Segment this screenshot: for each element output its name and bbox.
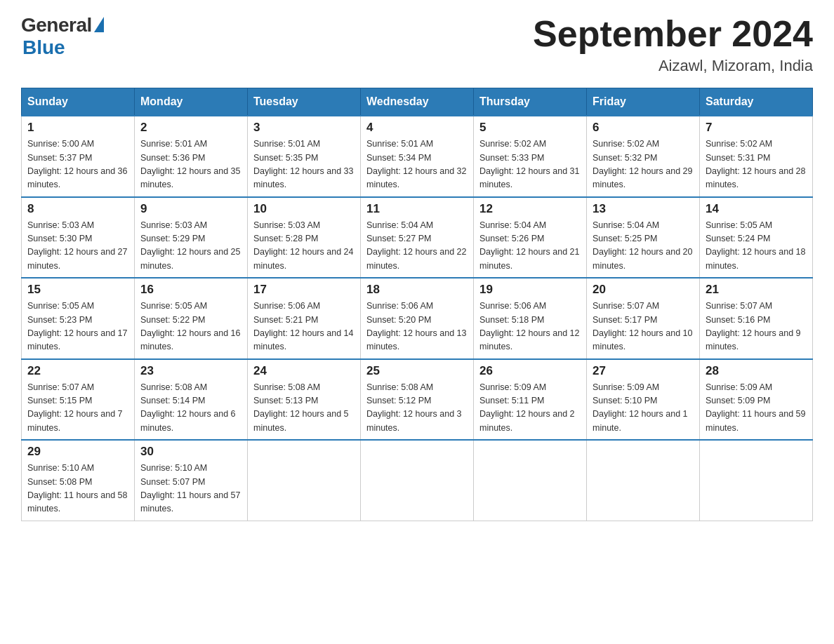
calendar-header-tuesday: Tuesday <box>248 88 361 116</box>
calendar-week-row: 8Sunrise: 5:03 AMSunset: 5:30 PMDaylight… <box>22 197 813 279</box>
calendar-cell: 18Sunrise: 5:06 AMSunset: 5:20 PMDayligh… <box>361 278 474 359</box>
day-info: Sunrise: 5:08 AMSunset: 5:14 PMDaylight:… <box>140 381 241 436</box>
day-number: 9 <box>140 202 241 216</box>
day-number: 23 <box>140 364 241 378</box>
page-header: General Blue September 2024 Aizawl, Mizo… <box>21 14 813 75</box>
day-number: 28 <box>706 364 807 378</box>
day-info: Sunrise: 5:05 AMSunset: 5:22 PMDaylight:… <box>140 300 241 354</box>
day-number: 15 <box>27 283 128 297</box>
calendar-cell: 1Sunrise: 5:00 AMSunset: 5:37 PMDaylight… <box>22 116 135 197</box>
calendar-table: SundayMondayTuesdayWednesdayThursdayFrid… <box>21 88 813 521</box>
day-number: 18 <box>366 283 468 297</box>
calendar-week-row: 29Sunrise: 5:10 AMSunset: 5:08 PMDayligh… <box>22 440 813 521</box>
day-info: Sunrise: 5:09 AMSunset: 5:10 PMDaylight:… <box>593 381 694 436</box>
logo-general-text: General <box>21 14 92 36</box>
calendar-cell: 5Sunrise: 5:02 AMSunset: 5:33 PMDaylight… <box>474 116 587 197</box>
day-info: Sunrise: 5:10 AMSunset: 5:07 PMDaylight:… <box>140 462 241 516</box>
calendar-header-sunday: Sunday <box>22 88 135 116</box>
day-info: Sunrise: 5:10 AMSunset: 5:08 PMDaylight:… <box>27 462 128 516</box>
calendar-cell: 3Sunrise: 5:01 AMSunset: 5:35 PMDaylight… <box>248 116 361 197</box>
day-number: 20 <box>593 283 694 297</box>
day-info: Sunrise: 5:07 AMSunset: 5:15 PMDaylight:… <box>27 381 128 436</box>
logo-triangle-icon <box>94 17 104 32</box>
calendar-cell: 25Sunrise: 5:08 AMSunset: 5:12 PMDayligh… <box>361 359 474 441</box>
calendar-cell: 9Sunrise: 5:03 AMSunset: 5:29 PMDaylight… <box>135 197 248 279</box>
calendar-cell: 24Sunrise: 5:08 AMSunset: 5:13 PMDayligh… <box>248 359 361 441</box>
calendar-cell: 2Sunrise: 5:01 AMSunset: 5:36 PMDaylight… <box>135 116 248 197</box>
day-info: Sunrise: 5:00 AMSunset: 5:37 PMDaylight:… <box>27 137 128 192</box>
calendar-cell: 30Sunrise: 5:10 AMSunset: 5:07 PMDayligh… <box>135 440 248 521</box>
day-number: 14 <box>706 202 807 216</box>
day-info: Sunrise: 5:04 AMSunset: 5:27 PMDaylight:… <box>366 219 468 274</box>
calendar-cell <box>248 440 361 521</box>
calendar-cell <box>700 440 813 521</box>
calendar-cell: 22Sunrise: 5:07 AMSunset: 5:15 PMDayligh… <box>22 359 135 441</box>
day-info: Sunrise: 5:04 AMSunset: 5:25 PMDaylight:… <box>593 219 694 274</box>
calendar-header-row: SundayMondayTuesdayWednesdayThursdayFrid… <box>22 88 813 116</box>
day-number: 21 <box>706 283 807 297</box>
calendar-cell: 13Sunrise: 5:04 AMSunset: 5:25 PMDayligh… <box>587 197 700 279</box>
day-info: Sunrise: 5:06 AMSunset: 5:20 PMDaylight:… <box>366 300 468 354</box>
day-info: Sunrise: 5:02 AMSunset: 5:33 PMDaylight:… <box>479 137 581 192</box>
calendar-cell: 15Sunrise: 5:05 AMSunset: 5:23 PMDayligh… <box>22 278 135 359</box>
day-number: 24 <box>253 364 355 378</box>
calendar-header-thursday: Thursday <box>474 88 587 116</box>
day-number: 11 <box>366 202 468 216</box>
day-info: Sunrise: 5:08 AMSunset: 5:13 PMDaylight:… <box>253 381 355 436</box>
day-number: 10 <box>253 202 355 216</box>
day-number: 8 <box>27 202 128 216</box>
calendar-header-friday: Friday <box>587 88 700 116</box>
day-info: Sunrise: 5:01 AMSunset: 5:34 PMDaylight:… <box>366 137 468 192</box>
logo-blue-text: Blue <box>22 36 65 59</box>
day-number: 13 <box>593 202 694 216</box>
calendar-cell: 27Sunrise: 5:09 AMSunset: 5:10 PMDayligh… <box>587 359 700 441</box>
day-info: Sunrise: 5:05 AMSunset: 5:23 PMDaylight:… <box>27 300 128 354</box>
calendar-cell: 4Sunrise: 5:01 AMSunset: 5:34 PMDaylight… <box>361 116 474 197</box>
day-number: 2 <box>140 121 241 135</box>
calendar-cell <box>474 440 587 521</box>
title-block: September 2024 Aizawl, Mizoram, India <box>533 14 813 75</box>
calendar-cell: 17Sunrise: 5:06 AMSunset: 5:21 PMDayligh… <box>248 278 361 359</box>
day-info: Sunrise: 5:09 AMSunset: 5:11 PMDaylight:… <box>479 381 581 436</box>
calendar-cell: 14Sunrise: 5:05 AMSunset: 5:24 PMDayligh… <box>700 197 813 279</box>
calendar-header-saturday: Saturday <box>700 88 813 116</box>
day-number: 26 <box>479 364 581 378</box>
day-number: 12 <box>479 202 581 216</box>
day-info: Sunrise: 5:06 AMSunset: 5:21 PMDaylight:… <box>253 300 355 354</box>
calendar-cell: 12Sunrise: 5:04 AMSunset: 5:26 PMDayligh… <box>474 197 587 279</box>
day-info: Sunrise: 5:03 AMSunset: 5:30 PMDaylight:… <box>27 219 128 274</box>
calendar-cell: 19Sunrise: 5:06 AMSunset: 5:18 PMDayligh… <box>474 278 587 359</box>
day-info: Sunrise: 5:09 AMSunset: 5:09 PMDaylight:… <box>706 381 807 436</box>
day-number: 22 <box>27 364 128 378</box>
calendar-cell: 16Sunrise: 5:05 AMSunset: 5:22 PMDayligh… <box>135 278 248 359</box>
day-number: 5 <box>479 121 581 135</box>
calendar-cell: 29Sunrise: 5:10 AMSunset: 5:08 PMDayligh… <box>22 440 135 521</box>
calendar-cell: 23Sunrise: 5:08 AMSunset: 5:14 PMDayligh… <box>135 359 248 441</box>
day-info: Sunrise: 5:03 AMSunset: 5:29 PMDaylight:… <box>140 219 241 274</box>
day-number: 1 <box>27 121 128 135</box>
day-number: 6 <box>593 121 694 135</box>
calendar-cell <box>361 440 474 521</box>
day-info: Sunrise: 5:04 AMSunset: 5:26 PMDaylight:… <box>479 219 581 274</box>
day-number: 19 <box>479 283 581 297</box>
day-number: 16 <box>140 283 241 297</box>
day-number: 17 <box>253 283 355 297</box>
day-info: Sunrise: 5:03 AMSunset: 5:28 PMDaylight:… <box>253 219 355 274</box>
calendar-cell: 20Sunrise: 5:07 AMSunset: 5:17 PMDayligh… <box>587 278 700 359</box>
day-number: 3 <box>253 121 355 135</box>
calendar-week-row: 1Sunrise: 5:00 AMSunset: 5:37 PMDaylight… <box>22 116 813 197</box>
calendar-cell: 28Sunrise: 5:09 AMSunset: 5:09 PMDayligh… <box>700 359 813 441</box>
calendar-cell: 11Sunrise: 5:04 AMSunset: 5:27 PMDayligh… <box>361 197 474 279</box>
day-number: 7 <box>706 121 807 135</box>
calendar-week-row: 15Sunrise: 5:05 AMSunset: 5:23 PMDayligh… <box>22 278 813 359</box>
calendar-header-monday: Monday <box>135 88 248 116</box>
calendar-cell: 26Sunrise: 5:09 AMSunset: 5:11 PMDayligh… <box>474 359 587 441</box>
calendar-cell <box>587 440 700 521</box>
day-info: Sunrise: 5:07 AMSunset: 5:17 PMDaylight:… <box>593 300 694 354</box>
calendar-cell: 6Sunrise: 5:02 AMSunset: 5:32 PMDaylight… <box>587 116 700 197</box>
day-number: 4 <box>366 121 468 135</box>
month-title: September 2024 <box>533 14 813 54</box>
calendar-cell: 7Sunrise: 5:02 AMSunset: 5:31 PMDaylight… <box>700 116 813 197</box>
day-info: Sunrise: 5:08 AMSunset: 5:12 PMDaylight:… <box>366 381 468 436</box>
day-number: 29 <box>27 445 128 459</box>
